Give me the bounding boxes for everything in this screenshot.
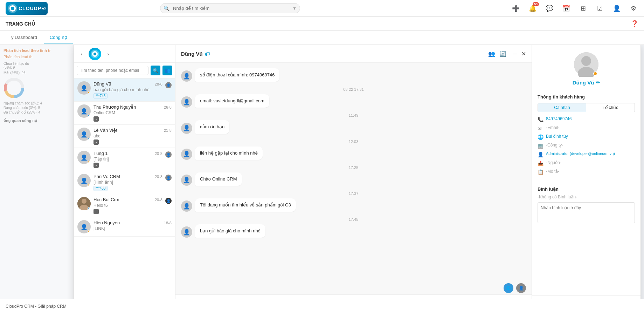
status-dot — [88, 91, 90, 94]
comment-input[interactable] — [538, 202, 635, 223]
contact-preview: abc — [94, 134, 172, 138]
message-time: 17:45 — [181, 217, 526, 222]
chat-icon[interactable]: 💬 — [545, 4, 554, 13]
message-time: 17:25 — [181, 165, 526, 170]
contact-item[interactable]: Hoc Bui Crm 20-8 Hello t6 - 👤 — [74, 194, 175, 217]
contact-list: 👤 Dũng Vũ 28-8 bạn gửi báo giá cho mình … — [74, 79, 175, 302]
edit-icon[interactable]: ✏ — [596, 80, 600, 85]
info-row-source: 🌐 Bui đinh túy — [538, 134, 635, 140]
origin-icon: 📤 — [538, 161, 543, 166]
admin-icon: 👤 — [538, 152, 543, 157]
checkbox-icon[interactable]: ☑ — [595, 4, 605, 13]
tab-organization[interactable]: Tổ chức — [586, 103, 635, 112]
svg-point-12 — [82, 199, 86, 204]
contact-user-icon: 👤 — [165, 82, 172, 88]
contact-item[interactable]: 👤 Lê Văn Việt 21-8 abc - — [74, 125, 175, 148]
info-company: -Công ty- — [546, 143, 635, 148]
message-avatar: 👤 — [181, 96, 192, 108]
contact-info: Lê Văn Việt 21-8 abc - — [94, 128, 172, 145]
contact-date: 21-8 — [164, 128, 172, 132]
bg-stat-5: Đã chuyển đổi (25%): 4 — [4, 110, 70, 114]
contact-preview: bạn gửi báo giá cho mình nhé — [94, 87, 162, 92]
message-avatar: 👤 — [181, 200, 192, 212]
refresh-icon[interactable]: 🔄 — [499, 50, 506, 57]
message-row: 👤 bạn gửi báo giá cho mình nhé — [181, 224, 526, 238]
page-title: TRANG CHỦ — [6, 21, 35, 27]
contact-people-button[interactable]: 👥 — [162, 66, 172, 75]
chat-user-name-text: Dũng Vũ — [181, 51, 203, 57]
logo[interactable]: CLOUDPRO — [6, 2, 48, 15]
user-icon[interactable]: 👤 — [612, 4, 622, 13]
contact-tag: - — [94, 209, 99, 214]
contact-search-input[interactable] — [77, 66, 148, 75]
search-bar[interactable]: 🔍 ▼ — [160, 3, 300, 13]
notification-icon[interactable]: 🔔 53 — [528, 4, 538, 13]
user-name-text: Dũng Vũ — [573, 80, 594, 86]
contact-preview: Hello t6 — [94, 203, 162, 208]
contact-name: Hieu Nguyen — [94, 220, 120, 225]
contact-avatar: 👤 — [77, 128, 91, 141]
message-time: 12:03 — [181, 140, 526, 144]
message-group: 12:03 👤 liên hệ gặp lại cho mình nhé — [181, 140, 526, 160]
info-row-phone: 📞 84974969746 — [538, 116, 635, 122]
chat-messages: 👤 số điện thoại của mình: 0974969746 08-… — [175, 63, 532, 282]
tab-personal[interactable]: Cá nhân — [538, 103, 586, 112]
contact-info: Hoc Bui Crm 20-8 Hello t6 - — [94, 197, 162, 214]
minimize-button[interactable]: ─ — [513, 51, 517, 57]
prev-arrow[interactable]: ‹ — [77, 50, 86, 58]
message-time: 11:49 — [181, 113, 526, 117]
contact-item[interactable]: 👤 Hieu Nguyen 18-8 [LINK] — [74, 217, 175, 237]
message-group: 17:37 👤 Tôi đang muốn tìm hiểu về sản ph… — [181, 191, 526, 212]
grid-icon[interactable]: ⊞ — [578, 4, 588, 13]
tab-congno[interactable]: Công nợ — [44, 32, 73, 43]
chat-username: Dũng Vũ 🏷 — [181, 51, 210, 57]
bg-stat-2: Mới (26%): 46 — [4, 71, 70, 75]
add-icon[interactable]: ➕ — [511, 4, 521, 13]
page-header: TRANG CHỦ ❓ — [0, 17, 644, 31]
status-dot — [88, 115, 90, 117]
message-avatar: 👤 — [181, 123, 192, 134]
calendar-icon[interactable]: 📅 — [561, 4, 571, 13]
close-button[interactable]: ✕ — [521, 50, 526, 57]
message-time: 08-22 17:31 — [181, 87, 526, 91]
logo-image: CLOUDPRO — [6, 2, 48, 15]
contact-name: Hoc Bui Crm — [94, 197, 119, 202]
contact-item[interactable]: 👤 Thu Phương Nguyễn 26-8 OnlineCRM - — [74, 102, 175, 125]
online-status-dot — [593, 72, 597, 76]
info-desc: -Mô tả- — [546, 169, 635, 174]
contact-item[interactable]: 👤 Tùng 1 20-8 [Tập tin] - 👤 — [74, 148, 175, 171]
search-input[interactable] — [160, 3, 300, 13]
footer-bar: CloudPro CRM - Giải pháp CRM — [0, 299, 644, 313]
chat-header: Dũng Vũ 🏷 👥 🔄 ─ ✕ — [175, 45, 532, 63]
message-time: 17:37 — [181, 191, 526, 196]
svg-point-2 — [11, 7, 14, 10]
bg-dashboard: Phân tích lead theo tình tr Phân tích le… — [0, 45, 74, 313]
contact-tag: - — [94, 116, 99, 122]
contact-date: 20-8 — [155, 198, 162, 202]
message-group: 17:25 👤 Chào Online CRM — [181, 165, 526, 186]
contact-date: 20-8 — [155, 175, 162, 179]
group-icon[interactable]: 👥 — [488, 50, 495, 57]
contact-info: Thu Phương Nguyễn 26-8 OnlineCRM - — [94, 104, 172, 122]
navbar: CLOUDPRO 🔍 ▼ ➕ 🔔 53 💬 📅 ⊞ ☑ 👤 ⚙ — [0, 0, 644, 17]
message-bubble: email: vuvietdungdl@gmail.com — [195, 94, 269, 108]
label-icon: 🏷 — [205, 51, 210, 57]
message-row: 👤 cảm ơn bạn — [181, 120, 526, 134]
contact-item[interactable]: 👤 Phú Võ CRM 20-8 [Hình ảnh] ***460 � — [74, 171, 175, 194]
info-admin: Administrator (developer@onlinecrm.vn) — [546, 151, 635, 156]
info-section-title: Thông tin khách hàng — [538, 94, 635, 100]
bg-stat-1: Chưa liên lạc đư(5%): 9 — [4, 62, 70, 69]
settings-icon[interactable]: ⚙ — [629, 4, 638, 13]
bg-stat-4: Đang chăm sóc (3%): 5 — [4, 106, 70, 110]
next-arrow[interactable]: › — [104, 50, 112, 58]
chat-overlay: ‹ › 🔍 👥 👤 — [74, 45, 641, 313]
tab-dashboard[interactable]: y Dashboard — [6, 32, 43, 43]
contact-name: Dũng Vũ — [94, 81, 111, 87]
contact-preview: [Tập tin] — [94, 157, 162, 162]
contact-item[interactable]: 👤 Dũng Vũ 28-8 bạn gửi báo giá cho mình … — [74, 79, 175, 102]
contact-search-button[interactable]: 🔍 — [151, 66, 160, 75]
help-icon[interactable]: ❓ — [631, 20, 638, 28]
contact-list-panel: ‹ › 🔍 👥 👤 — [74, 45, 175, 313]
contact-info: Hieu Nguyen 18-8 [LINK] — [94, 220, 172, 231]
contact-tag: - — [94, 163, 99, 168]
